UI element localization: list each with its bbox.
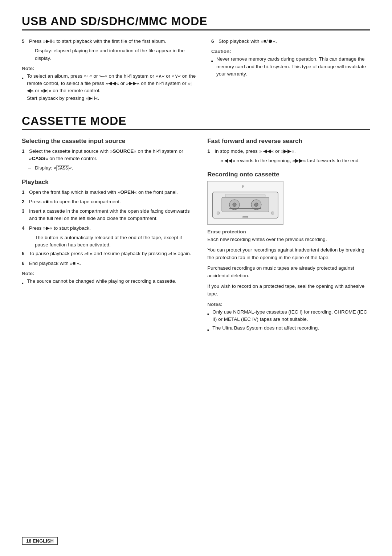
- erase-text1: Each new recording writes over the previ…: [207, 236, 370, 244]
- playback-step4: 4 Press »▶« to start playback.: [22, 225, 193, 232]
- pb-step6-text: End playback with »■ «.: [29, 260, 193, 267]
- svg-rect-1: [222, 197, 269, 212]
- cassette-left-col: Selecting the cassette input source 1 Se…: [22, 138, 193, 335]
- dash-icon2: –: [28, 164, 33, 172]
- usb-section-title: USB AND SD/SDHC/MMC MODE: [22, 15, 370, 30]
- playback-step1: 1 Open the front flap which is marked wi…: [22, 189, 193, 196]
- select-step1-subtext: Display: »CASS«.: [35, 164, 73, 172]
- dash-icon: –: [28, 47, 33, 62]
- ff-step1-text: In stop mode, press » ◀◀« or »▶▶«.: [215, 148, 370, 155]
- cassette-note-text1: The source cannot be changed while playi…: [27, 278, 176, 286]
- cassette-svg: ⇓: [211, 185, 280, 221]
- playback-step3: 3 Insert a cassette in the compartment w…: [22, 208, 193, 222]
- page-lang: ENGLISH: [33, 538, 54, 544]
- usb-left-col: 5 Press »▶II« to start playback with the…: [22, 38, 197, 103]
- usb-note-label: Note:: [22, 66, 197, 71]
- usb-right-col: 6 Stop playback with »■/⏺«. Caution: Nev…: [211, 38, 370, 103]
- playback-title: Playback: [22, 179, 193, 186]
- pb-step3-num: 3: [22, 208, 27, 222]
- usb-caution-bullet1: Never remove memory cards during operati…: [211, 56, 370, 78]
- page-number: 18: [26, 538, 31, 544]
- pb-step1-num: 1: [22, 189, 27, 196]
- cassette-note-bullet1: The source cannot be changed while playi…: [22, 278, 193, 286]
- pb-step6-num: 6: [22, 260, 27, 267]
- svg-point-10: [271, 212, 274, 214]
- cassette-two-col: Selecting the cassette input source 1 Se…: [22, 138, 370, 335]
- dash-icon4: –: [214, 157, 218, 164]
- playback-step5: 5 To pause playback press »II« and resum…: [22, 250, 193, 257]
- dash-icon3: –: [28, 234, 33, 249]
- cassette-notes-text1: Only use NORMAL-type cassettes (IEC I) f…: [212, 308, 370, 323]
- playback-step6: 6 End playback with »■ «.: [22, 260, 193, 267]
- playback-step2: 2 Press »■ « to open the tape compartmen…: [22, 198, 193, 205]
- cassette-right-col: Fast forward and reverse search 1 In sto…: [207, 138, 370, 335]
- usb-section: USB AND SD/SDHC/MMC MODE 5 Press »▶II« t…: [22, 15, 370, 103]
- playback-step4-sub: – The button is automatically released a…: [28, 234, 193, 249]
- erase-text3: Purchased recordings on music tapes are …: [207, 265, 370, 280]
- pb-step4-text: Press »▶« to start playback.: [29, 225, 193, 232]
- pb-step4-num: 4: [22, 225, 27, 232]
- cassette-notes-bullet2: The Ultra Bass System does not affect re…: [207, 324, 370, 333]
- ff-step1-num: 1: [207, 148, 212, 155]
- usb-step6: 6 Stop playback with »■/⏺«.: [211, 38, 370, 45]
- usb-two-col: 5 Press »▶II« to start playback with the…: [22, 38, 370, 103]
- usb-caution-label: Caution:: [211, 49, 370, 54]
- step5-text: Press »▶II« to start playback with the f…: [29, 38, 197, 45]
- pb-step3-text: Insert a cassette in the compartment wit…: [29, 208, 193, 222]
- cassette-select-step1: 1 Select the cassette input source with …: [22, 148, 193, 163]
- usb-caution-text: Never remove memory cards during operati…: [216, 56, 370, 78]
- cassette-notes-bullet1: Only use NORMAL-type cassettes (IEC I) f…: [207, 308, 370, 323]
- select-step1-num: 1: [22, 148, 27, 163]
- pb-step1-text: Open the front flap which is marked with…: [29, 189, 193, 196]
- bullet-icon-4: [207, 310, 210, 323]
- cassette-notes-label: Notes:: [207, 302, 370, 307]
- bullet-icon-1: [22, 74, 25, 102]
- bullet-icon-5: [207, 326, 210, 333]
- cassette-section: CASSETTE MODE Selecting the cassette inp…: [22, 114, 370, 335]
- usb-step5: 5 Press »▶II« to start playback with the…: [22, 38, 197, 45]
- usb-step5-sub: – Display: elapsed playing time and info…: [28, 47, 197, 62]
- ff-step1-sub: – » ◀◀« rewinds to the beginning, »▶▶« f…: [214, 157, 370, 164]
- usb-note-bullet1: To select an album, press »+« or »–« on …: [22, 73, 197, 102]
- pb-step4-subtext: The button is automatically released at …: [35, 234, 193, 249]
- ff-step1-subtext: » ◀◀« rewinds to the beginning, »▶▶« fas…: [220, 157, 360, 164]
- pb-step5-text: To pause playback press »II« and resume …: [29, 250, 193, 257]
- svg-text:⇓: ⇓: [241, 185, 245, 189]
- svg-rect-7: [225, 194, 265, 197]
- select-step1-text: Select the cassette input source with »S…: [29, 148, 193, 163]
- erase-text2: You can protect your recordings against …: [207, 246, 370, 262]
- step6-text: Stop playback with »■/⏺«.: [219, 38, 370, 45]
- erase-text4: If you wish to record on a protected tap…: [207, 283, 370, 298]
- svg-point-5: [254, 203, 258, 207]
- cassette-notes-text2: The Ultra Bass System does not affect re…: [212, 324, 319, 333]
- bullet-icon-3: [22, 279, 25, 286]
- cassette-note-label: Note:: [22, 271, 193, 276]
- step5-num: 5: [22, 38, 27, 45]
- ff-step1: 1 In stop mode, press » ◀◀« or »▶▶«.: [207, 148, 370, 155]
- svg-point-3: [233, 203, 236, 207]
- pb-step2-num: 2: [22, 198, 27, 205]
- step5-subtext: Display: elapsed playing time and inform…: [35, 47, 197, 62]
- pb-step5-num: 5: [22, 250, 27, 257]
- ff-title: Fast forward and reverse search: [207, 138, 370, 145]
- cassette-section-title: CASSETTE MODE: [22, 114, 370, 130]
- selecting-title: Selecting the cassette input source: [22, 138, 193, 145]
- cassette-image: ⇓: [207, 181, 283, 225]
- bullet-icon-caution: [211, 57, 214, 78]
- step6-num: 6: [211, 38, 216, 45]
- usb-note-text1: To select an album, press »+« or »–« on …: [27, 73, 197, 102]
- svg-point-9: [217, 212, 220, 214]
- svg-rect-8: [243, 216, 248, 218]
- pb-step2-text: Press »■ « to open the tape compartment.: [29, 198, 193, 205]
- erase-label: Erase protection: [207, 229, 370, 234]
- page-footer: 18 ENGLISH: [22, 537, 58, 545]
- recording-title: Recording onto cassette: [207, 171, 370, 178]
- cassette-select-step1-sub: – Display: »CASS«.: [28, 164, 193, 172]
